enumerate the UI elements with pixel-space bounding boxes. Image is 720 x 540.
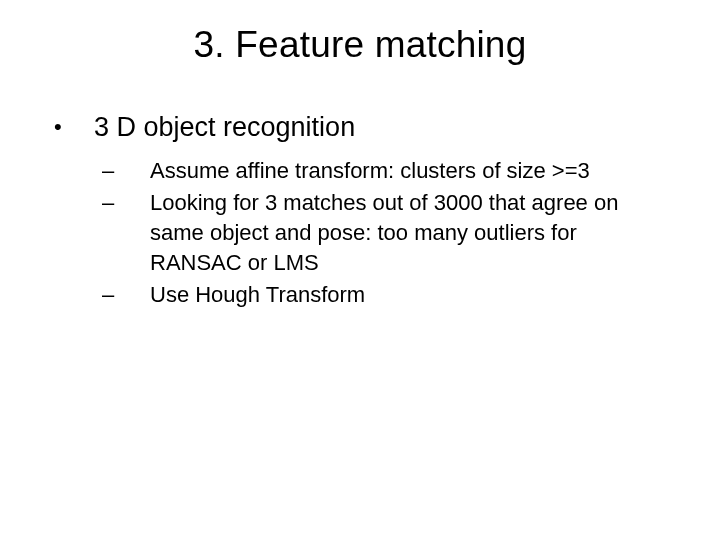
bullet-text: Looking for 3 matches out of 3000 that a… [150,188,670,278]
slide-body: • 3 D object recognition – Assume affine… [48,110,672,312]
slide: 3. Feature matching • 3 D object recogni… [0,0,720,540]
bullet-marker: – [96,280,150,310]
slide-title: 3. Feature matching [0,24,720,66]
sub-bullet-group: – Assume affine transform: clusters of s… [96,156,672,310]
bullet-text: 3 D object recognition [94,110,355,144]
bullet-level2: – Assume affine transform: clusters of s… [96,156,672,186]
bullet-level2: – Use Hough Transform [96,280,672,310]
bullet-text: Use Hough Transform [150,280,365,310]
bullet-marker: – [96,156,150,186]
bullet-level1: • 3 D object recognition [48,110,672,144]
bullet-level2: – Looking for 3 matches out of 3000 that… [96,188,672,278]
bullet-text: Assume affine transform: clusters of siz… [150,156,590,186]
bullet-marker: – [96,188,150,218]
bullet-marker: • [48,110,94,144]
